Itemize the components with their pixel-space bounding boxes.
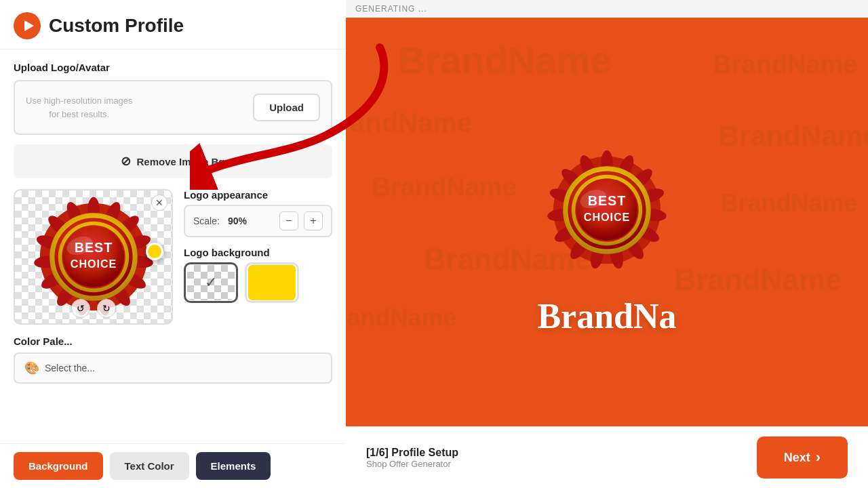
rotate-ccw-button[interactable]: ↺ xyxy=(71,299,90,318)
main-layout: Custom Profile Upload Logo/Avatar Use hi… xyxy=(0,0,868,488)
bg-transparent-option[interactable]: ✓ xyxy=(184,262,238,303)
logo-close-button[interactable]: ✕ xyxy=(151,195,167,211)
rotate-buttons: ↺ ↻ xyxy=(71,299,116,318)
watermark-9: BrandName xyxy=(675,263,842,297)
rotate-cw-button[interactable]: ↻ xyxy=(97,299,116,318)
watermark-1: BrandName xyxy=(398,38,611,82)
logo-preview-box: ✕ xyxy=(14,189,173,325)
scale-label: Scale: xyxy=(193,216,220,226)
scale-increase-button[interactable]: + xyxy=(304,211,323,230)
watermark-3: BrandName xyxy=(372,173,517,202)
logo-section: ✕ xyxy=(14,189,332,325)
upload-hint: Use high-resolution images for best resu… xyxy=(26,94,133,121)
svg-text:CHOICE: CHOICE xyxy=(70,258,116,270)
logo-appearance-section: Logo appearance Scale: 90% − + xyxy=(184,189,332,237)
upload-label: Upload Logo/Avatar xyxy=(14,62,332,73)
preview-badge: BEST CHOICE xyxy=(546,149,668,271)
remove-bg-icon: ⊘ xyxy=(121,154,131,169)
upload-area: Use high-resolution images for best resu… xyxy=(14,80,332,135)
app-logo-icon xyxy=(14,12,41,39)
color-palette-section: Color Pale... 🎨 Select the... xyxy=(14,336,332,384)
logo-controls: Logo appearance Scale: 90% − + Logo back… xyxy=(184,189,332,325)
panel-body: Upload Logo/Avatar Use high-resolution i… xyxy=(0,49,346,443)
generating-bar: GENERATING ... xyxy=(346,0,868,18)
next-button[interactable]: Next › xyxy=(757,436,848,479)
left-panel: Custom Profile Upload Logo/Avatar Use hi… xyxy=(0,0,346,488)
watermark-8: BrandName xyxy=(721,189,858,218)
panel-title: Custom Profile xyxy=(49,15,184,37)
scale-decrease-button[interactable]: − xyxy=(279,211,298,230)
bg-yellow-option[interactable] xyxy=(245,262,299,303)
tab-background[interactable]: Background xyxy=(14,452,103,480)
checkmark-icon: ✓ xyxy=(205,274,217,291)
scale-row: Scale: 90% − + xyxy=(184,205,332,237)
logo-bg-label: Logo background xyxy=(184,247,332,258)
logo-background-section: Logo background ✓ xyxy=(184,247,332,303)
bottom-tabs: Background Text Color Elements xyxy=(0,443,346,488)
panel-header: Custom Profile xyxy=(0,0,346,49)
logo-bg-options: ✓ xyxy=(184,262,332,303)
footer-info: [1/6] Profile Setup Shop Offer Generator xyxy=(366,447,458,469)
svg-point-46 xyxy=(576,180,637,241)
tab-elements[interactable]: Elements xyxy=(196,452,271,480)
palette-icon: 🎨 xyxy=(24,361,39,375)
logo-appearance-label: Logo appearance xyxy=(184,189,332,201)
next-arrow-icon: › xyxy=(816,449,821,466)
preview-brand-text: BrandNa xyxy=(537,296,676,336)
palette-select-text: Select the... xyxy=(45,363,95,373)
svg-text:CHOICE: CHOICE xyxy=(584,211,630,223)
scale-value: 90% xyxy=(228,216,274,226)
color-palette-select[interactable]: 🎨 Select the... xyxy=(14,352,332,384)
footer-sub: Shop Offer Generator xyxy=(366,459,458,469)
footer-step: [1/6] Profile Setup xyxy=(366,447,458,459)
watermark-2: BrandName xyxy=(346,108,472,138)
svg-point-22 xyxy=(63,226,124,287)
color-palette-label: Color Pale... xyxy=(14,336,332,347)
upload-button[interactable]: Upload xyxy=(253,94,320,121)
remove-bg-button[interactable]: ⊘ Remove Image Bg xyxy=(14,144,332,178)
right-panel: GENERATING ... BrandName BrandName Brand… xyxy=(346,0,868,488)
footer: [1/6] Profile Setup Shop Offer Generator… xyxy=(346,426,868,488)
watermark-6: BrandName xyxy=(713,50,857,79)
tab-text-color[interactable]: Text Color xyxy=(110,452,189,480)
watermark-5: BrandName xyxy=(346,304,457,332)
preview-canvas: BrandName BrandName BrandName BrandName … xyxy=(346,18,868,426)
watermark-7: BrandName xyxy=(719,120,868,152)
